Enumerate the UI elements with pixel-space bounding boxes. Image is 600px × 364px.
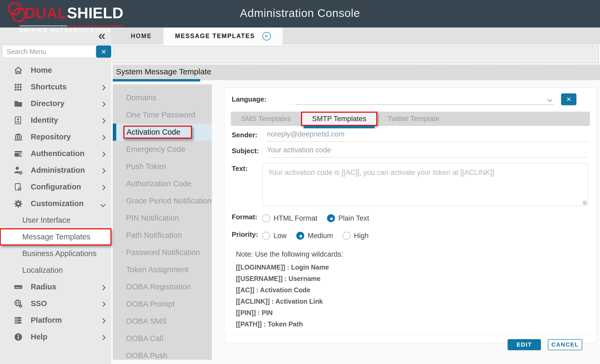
submenu-label: OOBA Prompt [126,300,175,308]
app-header: DUALSHIELD UNIFIED AUTHENTICATION Admini… [0,0,600,28]
radio-label[interactable]: HTML Format [274,214,317,222]
submenu-item-one-time-password[interactable]: One Time Password [113,106,212,124]
chevron-right-icon [101,299,105,308]
radio-label[interactable]: Plain Text [338,214,369,222]
chevron-right-icon [101,83,105,91]
submenu-item-emergency-code[interactable]: Emergency Code [113,141,212,158]
submenu-item-ooba-registration[interactable]: OOBA Registration [113,278,212,295]
sidebar-item-configuration[interactable]: Configuration [0,179,111,195]
submenu-item-ooba-sms[interactable]: OOBA SMS [113,313,212,330]
section-title: System Message Template [113,65,600,79]
logo-tagline: UNIFIED AUTHENTICATION [20,28,123,33]
main-area: HOME MESSAGE TEMPLATES × System Message … [111,28,600,364]
text-input[interactable] [262,163,588,206]
submenu-label: OOBA Call [126,334,163,343]
annotation-red-box: Activation Code [123,126,192,139]
tab-label: HOME [131,33,152,40]
search-clear-button[interactable]: × [96,46,111,58]
sidebar-item-authentication[interactable]: Authentication [0,145,111,162]
submenu-item-ooba-call[interactable]: OOBA Call [113,330,212,347]
sidebar-item-help[interactable]: Help [0,329,111,345]
subject-label: Subject: [232,147,265,158]
sidebar-item-directory[interactable]: Directory [0,95,111,112]
doc-gear-icon [14,183,24,192]
sidebar-item-platform[interactable]: Platform [0,312,111,329]
sidebar-item-sso[interactable]: SSO [0,295,111,312]
resize-handle[interactable] [583,201,587,205]
radio-label[interactable]: High [354,232,369,240]
sidebar-item-identity[interactable]: Identity [0,112,111,129]
subject-row: Subject: [232,146,588,158]
submenu-item-ooba-prompt[interactable]: OOBA Prompt [113,295,212,313]
edit-button[interactable]: EDIT [508,339,541,350]
submenu-label: Push Token [126,162,166,171]
search-input[interactable] [3,46,96,58]
sender-row: Sender: [232,130,588,142]
sidebar-item-label: Localization [22,266,63,275]
wildcard-item: [[USERNAME]] : Username [236,273,597,284]
wildcard-item: [[PATH]] : Token Path [236,319,597,330]
sidebar-nav: Home Shortcuts Directory Identity [0,62,111,345]
submenu-item-pin-notification[interactable]: PIN Notification [113,210,212,227]
radio-priority-high[interactable] [343,232,351,240]
radio-html-format[interactable] [262,214,270,222]
chevron-down-icon [101,199,105,208]
toolbar-drop-area [113,46,599,63]
sidebar-item-radius[interactable]: Radius [0,279,111,295]
priority-row: Priority: Low Medium High [232,231,588,240]
close-icon[interactable]: × [262,32,271,40]
language-select[interactable] [295,94,554,105]
sidebar-item-label: Directory [31,99,64,108]
radio-priority-low[interactable] [262,232,270,240]
submenu-item-ooba-push[interactable]: OOBA Push [113,347,212,364]
sidebar-item-shortcuts[interactable]: Shortcuts [0,79,111,95]
tab-twitter-template[interactable]: Twitter Template [377,112,449,126]
sender-input[interactable] [265,130,588,142]
submenu-item-activation-code[interactable]: Activation Code [113,124,212,141]
chevron-right-icon [101,133,105,141]
wallet-icon [14,149,24,158]
user-gear-icon [14,166,24,175]
submenu-item-password-notification[interactable]: Password Notification [113,244,212,261]
router-icon [14,283,24,292]
sidebar-item-label: Repository [31,133,71,141]
sidebar-item-administration[interactable]: Administration [0,162,111,179]
clear-icon: × [101,47,106,56]
tab-sms-templates[interactable]: SMS Templates [231,112,301,126]
sidebar-item-message-templates[interactable]: Message Templates [0,229,111,245]
submenu-item-authorization-code[interactable]: Authorization Code [113,175,212,192]
text-label: Text: [232,163,262,207]
submenu-item-path-notification[interactable]: Path Notification [113,227,212,244]
submenu-item-domains[interactable]: Domains [113,89,212,106]
tab-message-templates[interactable]: MESSAGE TEMPLATES × [163,28,283,45]
chevron-right-icon [101,116,105,125]
radio-plain-text[interactable] [327,214,335,222]
submenu-item-grace-period-notification[interactable]: Grace Period Notification [113,192,212,210]
sidebar-item-business-applications[interactable]: Business Applications [0,245,111,262]
sidebar-item-localization[interactable]: Localization [0,262,111,279]
tab-home[interactable]: HOME [119,28,163,45]
tab-label: SMTP Templates [312,115,366,123]
sidebar-item-label: Home [31,66,52,75]
sidebar-item-repository[interactable]: Repository [0,129,111,145]
sidebar-item-label: Message Templates [22,233,90,241]
sidebar-item-customization[interactable]: Customization [0,195,111,212]
language-clear-button[interactable]: × [561,93,576,105]
sidebar-item-home[interactable]: Home [0,62,111,79]
sidebar-item-user-interface[interactable]: User Interface [0,212,111,229]
tab-smtp-templates[interactable]: SMTP Templates [301,112,378,126]
sidebar-item-label: SSO [31,299,47,308]
server-icon [14,316,24,325]
submenu-item-push-token[interactable]: Push Token [113,158,212,175]
radio-label[interactable]: Medium [308,232,333,240]
submenu-label: One Time Password [126,111,195,119]
radio-priority-medium[interactable] [296,232,304,240]
chevron-right-icon [101,166,105,175]
submenu-item-token-assignment[interactable]: Token Assignment [113,261,212,278]
cancel-button[interactable]: CANCEL [548,339,582,350]
subject-input[interactable] [265,146,588,158]
text-row: Text: [232,163,588,207]
submenu-label: Domains [126,93,156,102]
radio-label[interactable]: Low [274,232,287,240]
tab-label: SMS Templates [241,115,291,123]
